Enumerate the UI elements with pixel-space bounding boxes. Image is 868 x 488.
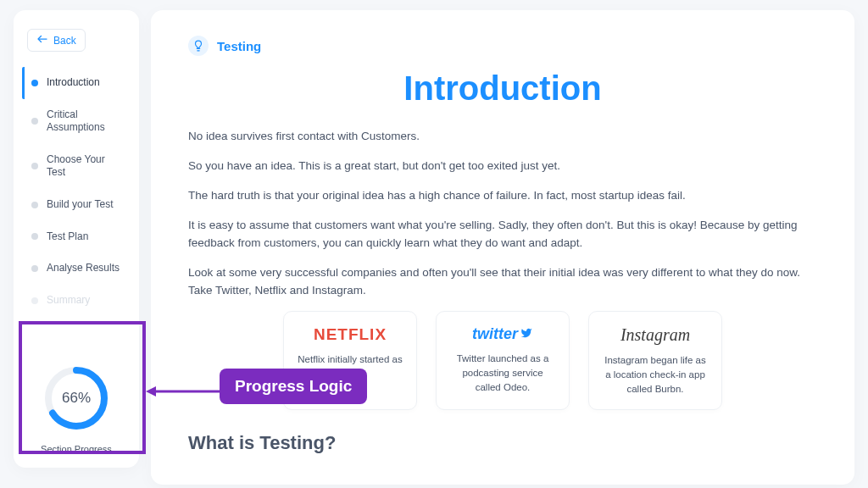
sidebar-item-label: Build your Test <box>47 198 125 212</box>
bullet-icon <box>31 118 38 125</box>
netflix-logo: NETFLIX <box>296 325 404 344</box>
progress-ring: 66% <box>42 364 110 432</box>
twitter-logo: twitter <box>448 325 557 343</box>
sidebar: Back IntroductionCritical AssumptionsCho… <box>14 10 139 468</box>
sidebar-item-test-plan[interactable]: Test Plan <box>22 221 131 253</box>
bullet-icon <box>31 265 38 272</box>
breadcrumb-label: Testing <box>217 39 261 53</box>
progress-label: Section Progress <box>22 444 131 454</box>
sidebar-item-choose-your-test[interactable]: Choose Your Test <box>22 144 131 189</box>
page-title: Introduction <box>188 69 817 108</box>
brand-cards: NETFLIX Netflix initially started as a m… <box>188 311 817 410</box>
card-netflix-text: Netflix initially started as a mail <box>296 352 404 380</box>
arrow-left-icon <box>36 34 48 47</box>
sidebar-item-label: Summary <box>47 294 125 308</box>
progress-percent: 66% <box>42 364 110 432</box>
card-instagram: Instagram Instagram began life as a loca… <box>588 311 722 410</box>
body-paragraph: No idea survives first contact with Cust… <box>188 128 817 146</box>
subheading: What is Testing? <box>188 432 817 454</box>
sidebar-item-critical-assumptions[interactable]: Critical Assumptions <box>22 99 131 144</box>
breadcrumb: Testing <box>188 36 817 56</box>
sidebar-item-label: Test Plan <box>47 230 125 244</box>
back-button-label: Back <box>53 35 76 47</box>
twitter-bird-icon <box>520 325 533 343</box>
sidebar-nav: IntroductionCritical AssumptionsChoose Y… <box>22 67 131 316</box>
back-button[interactable]: Back <box>27 29 86 52</box>
section-progress: 66% Section Progress <box>22 356 131 454</box>
sidebar-item-introduction[interactable]: Introduction <box>22 67 131 99</box>
sidebar-item-summary[interactable]: Summary <box>22 285 131 317</box>
sidebar-item-label: Analyse Results <box>47 262 125 275</box>
instagram-logo: Instagram <box>601 325 709 345</box>
body-paragraph: The hard truth is that your original ide… <box>188 187 817 205</box>
card-twitter-text: Twitter launched as a podcasting service… <box>448 352 557 394</box>
bullet-icon <box>31 163 38 169</box>
body-paragraph: Look at some very successful companies a… <box>188 264 817 300</box>
sidebar-item-analyse-results[interactable]: Analyse Results <box>22 252 131 285</box>
card-twitter: twitter Twitter launched as a podcasting… <box>436 311 570 410</box>
bullet-icon <box>31 233 38 240</box>
body-paragraph: It is easy to assume that customers want… <box>188 217 817 252</box>
bullet-icon <box>31 80 38 86</box>
card-instagram-text: Instagram began life as a location check… <box>601 353 709 396</box>
lightbulb-icon <box>188 36 209 56</box>
sidebar-item-label: Choose Your Test <box>47 153 125 180</box>
bullet-icon <box>31 202 38 208</box>
sidebar-item-label: Critical Assumptions <box>47 108 125 135</box>
sidebar-item-label: Introduction <box>47 76 125 90</box>
main-content: Testing Introduction No idea survives fi… <box>151 10 854 485</box>
body-text: No idea survives first contact with Cust… <box>188 128 817 299</box>
sidebar-item-build-your-test[interactable]: Build your Test <box>22 189 131 221</box>
body-paragraph: So you have an idea. This is a great sta… <box>188 158 817 175</box>
card-netflix: NETFLIX Netflix initially started as a m… <box>283 311 417 410</box>
bullet-icon <box>31 297 38 304</box>
